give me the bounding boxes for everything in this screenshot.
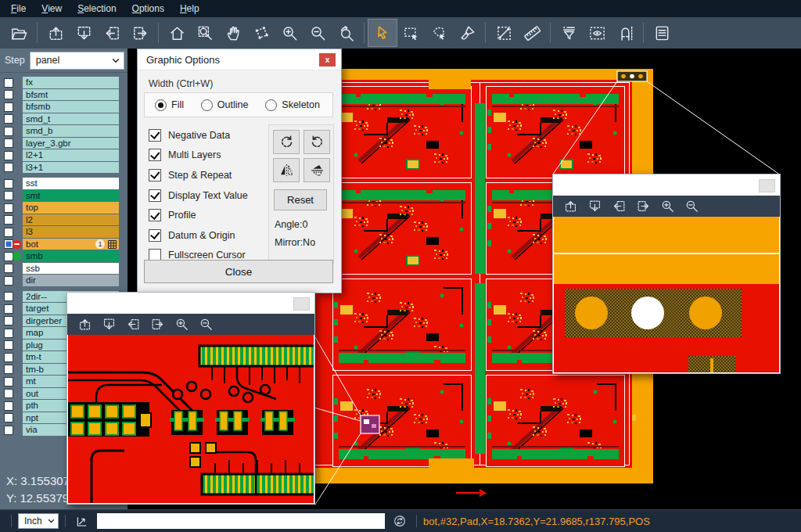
file-menu[interactable]: File: [3, 1, 34, 16]
help-menu[interactable]: Help: [172, 1, 207, 16]
rotate-ccw-button[interactable]: [304, 130, 330, 154]
window-button[interactable]: [759, 179, 775, 192]
dialog-titlebar[interactable]: Graphic Options: [138, 49, 341, 70]
l3-layer-row[interactable]: l3: [0, 226, 128, 239]
smt-layer-row[interactable]: smt: [0, 190, 128, 203]
layer-checkbox[interactable]: [4, 127, 13, 136]
zoom-out-button[interactable]: [304, 20, 332, 46]
snap-magnet-button[interactable]: [611, 20, 639, 46]
clean-brush-button[interactable]: [453, 20, 481, 46]
layer-chip[interactable]: smd_b: [23, 125, 119, 137]
highlight-view-button[interactable]: [583, 20, 611, 46]
layer-chip[interactable]: bfsmb: [23, 101, 119, 113]
smd_t-layer-row[interactable]: smd_t: [0, 113, 128, 126]
fx-layer-row[interactable]: fx: [0, 77, 128, 89]
layer-checkbox[interactable]: [4, 114, 13, 124]
layer-checkbox[interactable]: [4, 401, 13, 411]
datum-origin-checkbox[interactable]: Datum & Origin: [149, 225, 248, 246]
sst-layer-row[interactable]: sst: [0, 178, 128, 190]
move-left-button[interactable]: [607, 197, 631, 216]
layer-checkbox[interactable]: [4, 151, 13, 160]
layer-chip[interactable]: bot 1: [23, 239, 119, 250]
ssb-layer-row[interactable]: ssb: [0, 263, 128, 275]
display-text-value-checkbox[interactable]: Display Text Value: [149, 185, 248, 206]
fill-radio[interactable]: Fill: [155, 99, 184, 111]
rotate-cw-button[interactable]: [273, 130, 300, 154]
refresh-button[interactable]: [390, 512, 410, 530]
layer-chip[interactable]: smb: [23, 250, 119, 262]
layer-checkbox[interactable]: [4, 138, 13, 148]
right-magnifier-titlebar[interactable]: [553, 174, 780, 196]
profile-checkbox[interactable]: Profile: [149, 205, 248, 225]
options-menu[interactable]: Options: [124, 1, 172, 16]
bfsmb-layer-row[interactable]: bfsmb: [0, 101, 128, 113]
layer-chip[interactable]: dir: [23, 275, 119, 286]
layer-checkbox[interactable]: [4, 377, 13, 386]
layer-checkbox[interactable]: [4, 389, 13, 398]
layer-checkbox[interactable]: [4, 353, 13, 362]
top-layer-row[interactable]: top: [0, 202, 128, 214]
move-right-button[interactable]: [126, 20, 154, 46]
layer-chip[interactable]: top: [23, 202, 119, 214]
l2+1-layer-row[interactable]: l2+1: [0, 149, 128, 162]
layer-chip[interactable]: sst: [23, 178, 119, 189]
multi-layers-checkbox[interactable]: Multi Layers: [149, 146, 248, 166]
move-down-button[interactable]: [97, 315, 121, 334]
zoom-previous-button[interactable]: [332, 20, 360, 46]
layer-chip[interactable]: bfsmt: [23, 89, 119, 101]
layer-chip[interactable]: l2+1: [23, 149, 119, 161]
transform-select-button[interactable]: [247, 20, 275, 46]
close-button[interactable]: Close: [144, 260, 333, 283]
layer-checkbox[interactable]: [4, 215, 13, 225]
layer-chip[interactable]: smd_t: [23, 113, 119, 125]
pan-hand-button[interactable]: [219, 20, 247, 46]
left-magnifier-titlebar[interactable]: [67, 293, 314, 314]
move-down-button[interactable]: [583, 197, 607, 216]
move-right-button[interactable]: [631, 197, 656, 216]
reset-button[interactable]: Reset: [274, 189, 327, 210]
step-select[interactable]: panel: [30, 52, 124, 70]
layer-chip[interactable]: ssb: [23, 263, 119, 275]
negative-data-checkbox[interactable]: Negative Data: [149, 125, 248, 146]
layer-checkbox[interactable]: [4, 365, 13, 374]
filter-button[interactable]: [555, 20, 583, 46]
layer-checkbox[interactable]: [4, 203, 13, 213]
layer-checkbox[interactable]: [4, 78, 13, 88]
ruler-button[interactable]: [518, 20, 546, 46]
layer-checkbox[interactable]: [4, 316, 13, 325]
command-input[interactable]: [97, 513, 385, 529]
layer-checkbox[interactable]: [4, 163, 13, 172]
skeleton-radio[interactable]: Skeleton: [265, 99, 320, 111]
home-view-button[interactable]: [163, 20, 191, 46]
bfsmt-layer-row[interactable]: bfsmt: [0, 89, 128, 102]
outline-radio[interactable]: Outline: [201, 99, 249, 111]
layer-chip[interactable]: layer_3.gbr: [23, 138, 119, 149]
move-up-button[interactable]: [559, 197, 583, 216]
selection-menu[interactable]: Selection: [70, 1, 124, 16]
zoom-in-button[interactable]: [170, 315, 194, 334]
layer-checkbox[interactable]: [4, 228, 13, 237]
layer-checkbox[interactable]: [4, 90, 13, 99]
mirror-vertical-button[interactable]: [304, 158, 330, 182]
layer-chip[interactable]: l3+1: [23, 162, 119, 174]
layer-checkbox[interactable]: [4, 413, 13, 422]
move-up-button[interactable]: [73, 315, 97, 334]
layer-checkbox[interactable]: [4, 191, 13, 200]
layer-checkbox[interactable]: [4, 426, 13, 435]
select-pointer-button[interactable]: [368, 20, 397, 46]
l3+1-layer-row[interactable]: l3+1: [0, 162, 128, 174]
layer-checkbox[interactable]: [4, 276, 13, 286]
window-button[interactable]: [293, 297, 310, 311]
dialog-close-button[interactable]: x: [319, 53, 336, 66]
step-repeat-checkbox[interactable]: Step & Repeat: [149, 165, 248, 185]
smd_b-layer-row[interactable]: smd_b: [0, 125, 128, 138]
layer-checkbox[interactable]: [4, 264, 13, 273]
open-file-button[interactable]: [5, 20, 33, 46]
layer-checkbox[interactable]: [4, 292, 13, 301]
layer-checkbox[interactable]: [4, 179, 13, 189]
move-right-button[interactable]: [145, 315, 170, 334]
select-rect-button[interactable]: [397, 20, 425, 46]
layer_3.gbr-layer-row[interactable]: layer_3.gbr: [0, 138, 128, 150]
move-left-button[interactable]: [98, 20, 126, 46]
unit-select[interactable]: Inch: [18, 513, 59, 529]
